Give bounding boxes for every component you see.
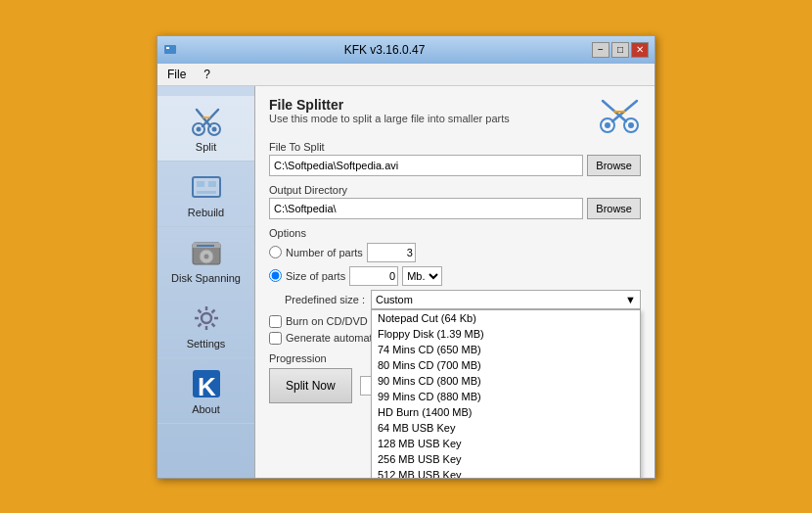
predefined-select-container: Custom ▼ Notepad Cut (64 Kb) Floppy Disk… xyxy=(371,290,641,309)
file-to-split-group: File To Split Browse xyxy=(269,141,641,176)
sidebar-item-rebuild[interactable]: Rebuild xyxy=(158,162,254,227)
window-controls: − □ ✕ xyxy=(592,42,649,58)
predefined-row: Predefined size : Custom ▼ Notepad Cut (… xyxy=(285,290,641,309)
svg-line-22 xyxy=(198,309,201,312)
predefined-label: Predefined size : xyxy=(285,294,365,305)
size-row: Mb. Kb. Gb. xyxy=(349,266,442,286)
menu-file[interactable]: File xyxy=(163,66,190,83)
svg-rect-9 xyxy=(197,181,204,187)
sidebar-split-label: Split xyxy=(196,141,216,153)
svg-point-3 xyxy=(196,126,201,131)
output-directory-input[interactable] xyxy=(269,198,583,219)
options-section: Options Number of parts Size of parts Mb… xyxy=(269,227,641,345)
split-now-button[interactable]: Split Now xyxy=(269,368,352,403)
file-to-split-label: File To Split xyxy=(269,141,641,153)
scissors-icon xyxy=(189,104,224,139)
svg-point-29 xyxy=(605,122,610,128)
dropdown-item-6[interactable]: HD Burn (1400 MB) xyxy=(372,404,640,420)
svg-point-16 xyxy=(203,254,208,258)
dropdown-item-2[interactable]: 74 Mins CD (650 MB) xyxy=(372,342,640,357)
file-to-split-row: Browse xyxy=(269,155,641,176)
panel-subtitle: Use this mode to split a large file into… xyxy=(269,113,510,124)
burn-cd-checkbox[interactable] xyxy=(269,315,282,328)
output-browse-button[interactable]: Browse xyxy=(587,198,641,219)
dropdown-item-8[interactable]: 128 MB USB Key xyxy=(372,436,640,451)
size-parts-row: Size of parts Mb. Kb. Gb. xyxy=(269,266,641,286)
content-area: Split Rebuild xyxy=(158,86,654,478)
predefined-selected-value: Custom xyxy=(376,294,413,305)
output-directory-row: Browse xyxy=(269,198,641,219)
sidebar-item-settings[interactable]: Settings xyxy=(158,293,254,358)
header-icon xyxy=(598,96,641,135)
dropdown-item-9[interactable]: 256 MB USB Key xyxy=(372,451,640,467)
svg-line-25 xyxy=(198,323,201,326)
predefined-select-header[interactable]: Custom ▼ xyxy=(371,290,641,309)
svg-rect-10 xyxy=(208,181,216,187)
menu-bar: File ? xyxy=(158,64,654,86)
num-parts-label: Number of parts xyxy=(286,247,363,258)
sidebar-item-split[interactable]: Split xyxy=(158,96,254,162)
num-parts-radio[interactable] xyxy=(269,246,282,258)
svg-rect-0 xyxy=(164,45,176,54)
app-icon xyxy=(163,43,177,57)
burn-cd-label: Burn on CD/DVD xyxy=(286,315,368,327)
panel-title: File Splitter xyxy=(269,97,510,113)
svg-line-24 xyxy=(211,309,214,312)
sidebar-item-about[interactable]: K About xyxy=(158,358,254,424)
dropdown-item-5[interactable]: 99 Mins CD (880 MB) xyxy=(372,389,640,404)
window-title: KFK v3.16.0.47 xyxy=(177,43,592,57)
chevron-down-icon: ▼ xyxy=(625,294,636,305)
sidebar-item-disk-spanning[interactable]: Disk Spanning xyxy=(158,227,254,293)
svg-point-17 xyxy=(202,313,211,323)
maximize-button[interactable]: □ xyxy=(611,42,629,58)
sidebar-settings-label: Settings xyxy=(187,338,226,350)
about-icon: K xyxy=(189,366,224,401)
sidebar-disk-label: Disk Spanning xyxy=(171,272,241,284)
svg-rect-1 xyxy=(166,47,169,49)
dropdown-item-0[interactable]: Notepad Cut (64 Kb) xyxy=(372,310,640,326)
output-directory-group: Output Directory Browse xyxy=(269,184,641,219)
svg-line-23 xyxy=(211,323,214,326)
size-parts-label: Size of parts xyxy=(286,270,345,282)
unit-select[interactable]: Mb. Kb. Gb. xyxy=(402,266,442,286)
disk-icon xyxy=(189,235,224,270)
dropdown-item-7[interactable]: 64 MB USB Key xyxy=(372,420,640,436)
main-window: KFK v3.16.0.47 − □ ✕ File ? xyxy=(157,35,655,479)
options-label: Options xyxy=(269,227,641,239)
dropdown-item-10[interactable]: 512 MB USB Key xyxy=(372,467,640,478)
num-parts-row: Number of parts xyxy=(269,243,641,262)
settings-icon xyxy=(189,301,224,336)
title-bar: KFK v3.16.0.47 − □ ✕ xyxy=(158,36,654,64)
predefined-dropdown: Notepad Cut (64 Kb) Floppy Disk (1.39 MB… xyxy=(371,309,641,478)
svg-text:K: K xyxy=(198,372,216,401)
sidebar-about-label: About xyxy=(192,403,220,415)
dropdown-item-4[interactable]: 90 Mins CD (800 MB) xyxy=(372,373,640,389)
size-input[interactable] xyxy=(349,266,398,286)
file-to-split-input[interactable] xyxy=(269,155,583,176)
svg-rect-11 xyxy=(197,191,216,194)
size-parts-radio[interactable] xyxy=(269,269,282,282)
sidebar: Split Rebuild xyxy=(158,86,255,478)
dropdown-item-3[interactable]: 80 Mins CD (700 MB) xyxy=(372,357,640,373)
sidebar-rebuild-label: Rebuild xyxy=(188,207,224,218)
rebuild-icon xyxy=(189,169,224,205)
main-panel: File Splitter Use this mode to split a l… xyxy=(255,86,654,478)
panel-header: File Splitter Use this mode to split a l… xyxy=(269,96,641,135)
dropdown-item-1[interactable]: Floppy Disk (1.39 MB) xyxy=(372,326,640,342)
svg-point-31 xyxy=(628,122,634,128)
menu-help[interactable]: ? xyxy=(200,66,214,83)
output-directory-label: Output Directory xyxy=(269,184,641,196)
file-browse-button[interactable]: Browse xyxy=(587,155,641,176)
minimize-button[interactable]: − xyxy=(592,42,609,58)
rebuild-checkbox[interactable] xyxy=(269,332,282,345)
num-parts-input[interactable] xyxy=(367,243,416,262)
svg-point-5 xyxy=(211,126,216,131)
svg-rect-14 xyxy=(197,245,214,247)
close-button[interactable]: ✕ xyxy=(631,42,649,58)
